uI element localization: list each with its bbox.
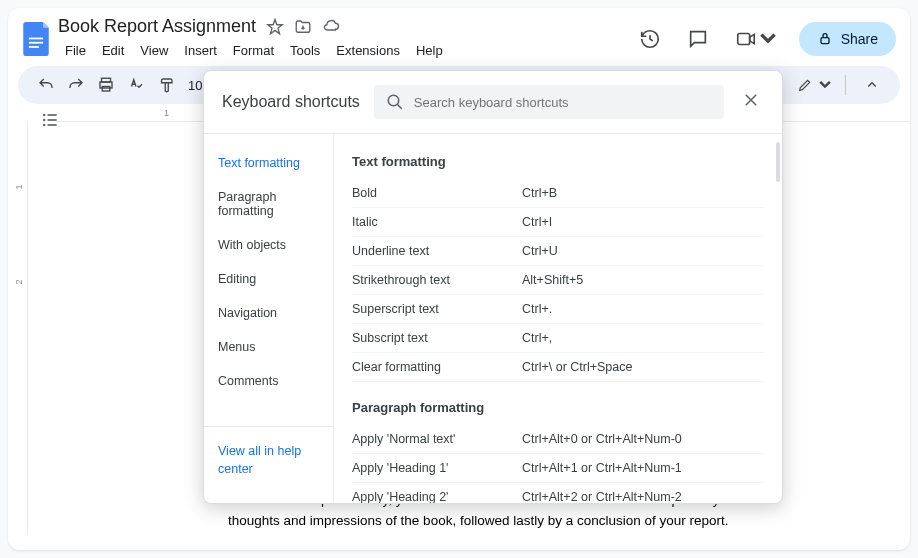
search-box[interactable] [374,85,724,119]
svg-rect-13 [48,124,57,126]
separator [845,75,846,95]
svg-rect-1 [29,42,43,44]
doc-title[interactable]: Book Report Assignment [58,16,256,37]
search-input[interactable] [414,95,712,110]
nav-paragraph-formatting[interactable]: Paragraph formatting [204,180,333,228]
shortcut-row: Apply 'Heading 1'Ctrl+Alt+1 or Ctrl+Alt+… [352,454,764,483]
menu-file[interactable]: File [58,39,93,62]
nav-comments[interactable]: Comments [204,364,333,398]
svg-rect-7 [102,87,110,92]
collapse-toolbar-button[interactable] [858,72,886,98]
history-icon[interactable] [633,22,667,56]
cloud-status-icon[interactable] [322,18,340,36]
share-button[interactable]: Share [799,22,896,56]
edit-mode-select[interactable] [797,77,833,93]
nav-text-formatting[interactable]: Text formatting [204,146,333,180]
vertical-ruler[interactable]: 1 2 [14,122,28,534]
shortcut-row: Apply 'Normal text'Ctrl+Alt+0 or Ctrl+Al… [352,425,764,454]
redo-button[interactable] [62,72,90,98]
svg-rect-0 [29,38,43,40]
paint-format-button[interactable] [152,72,180,98]
shortcut-row: Strikethrough textAlt+Shift+5 [352,266,764,295]
comment-icon[interactable] [681,22,715,56]
shortcut-row: Superscript textCtrl+. [352,295,764,324]
menu-edit[interactable]: Edit [95,39,131,62]
svg-point-10 [43,119,46,122]
shortcut-row: Apply 'Heading 2'Ctrl+Alt+2 or Ctrl+Alt+… [352,483,764,503]
move-folder-icon[interactable] [294,18,312,36]
docs-logo[interactable] [22,21,50,57]
print-button[interactable] [92,72,120,98]
app-header: Book Report Assignment File Edit View In… [8,8,910,62]
scrollbar[interactable] [776,142,780,182]
star-icon[interactable] [266,18,284,36]
shortcut-row: Underline textCtrl+U [352,237,764,266]
close-button[interactable] [738,87,764,117]
spellcheck-button[interactable] [122,72,150,98]
meet-icon[interactable] [729,22,785,56]
dialog-header: Keyboard shortcuts [204,71,782,133]
menu-view[interactable]: View [133,39,175,62]
menu-help[interactable]: Help [409,39,450,62]
menu-extensions[interactable]: Extensions [329,39,407,62]
nav-with-objects[interactable]: With objects [204,228,333,262]
section-title: Text formatting [352,148,764,179]
keyboard-shortcuts-dialog: Keyboard shortcuts Text formatting Parag… [203,70,783,504]
menu-format[interactable]: Format [226,39,281,62]
menu-tools[interactable]: Tools [283,39,327,62]
svg-point-12 [43,124,46,127]
shortcut-row: BoldCtrl+B [352,179,764,208]
nav-navigation[interactable]: Navigation [204,296,333,330]
nav-menus[interactable]: Menus [204,330,333,364]
svg-rect-4 [821,38,829,44]
title-area: Book Report Assignment File Edit View In… [58,16,625,62]
nav-footer: View all in help center [204,426,333,491]
dialog-content[interactable]: Text formatting BoldCtrl+B ItalicCtrl+I … [334,134,782,503]
shortcut-row: Subscript textCtrl+, [352,324,764,353]
dialog-title: Keyboard shortcuts [222,93,360,111]
shortcut-row: Clear formattingCtrl+\ or Ctrl+Space [352,353,764,382]
svg-point-8 [43,114,46,117]
svg-point-14 [388,95,399,106]
header-actions: Share [633,22,896,56]
nav-editing[interactable]: Editing [204,262,333,296]
svg-rect-2 [29,46,39,48]
undo-button[interactable] [32,72,60,98]
menu-insert[interactable]: Insert [177,39,224,62]
dialog-nav: Text formatting Paragraph formatting Wit… [204,134,334,503]
menu-bar: File Edit View Insert Format Tools Exten… [58,39,625,62]
share-label: Share [841,31,878,47]
shortcut-row: ItalicCtrl+I [352,208,764,237]
dialog-body: Text formatting Paragraph formatting Wit… [204,133,782,503]
search-icon [386,93,404,111]
help-center-link[interactable]: View all in help center [218,444,301,476]
svg-rect-3 [737,34,749,45]
section-title: Paragraph formatting [352,394,764,425]
